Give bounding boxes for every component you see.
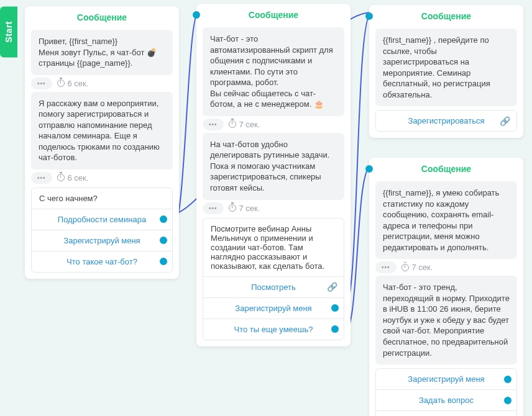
flow-node-4[interactable]: Сообщение {{first_name}}, я умею собират… <box>369 158 523 416</box>
register-button[interactable]: Зарегистрироваться 🔗 <box>375 110 517 132</box>
node-title: Сообщение <box>249 10 298 20</box>
stopwatch-icon <box>229 204 236 212</box>
ellipsis-icon: ••• <box>31 78 52 89</box>
flow-node-1[interactable]: Сообщение Привет, {{first_name}} Меня зо… <box>25 6 179 279</box>
delay-value: 7 сек. <box>239 120 260 129</box>
delay-value: 7 сек. <box>239 204 260 213</box>
ellipsis-icon: ••• <box>203 119 224 130</box>
stopwatch-icon <box>57 79 65 87</box>
choice-button[interactable]: Программа <box>376 410 516 416</box>
choice-button[interactable]: Что ты еще умеешь? <box>203 319 344 340</box>
choice-button[interactable]: Что такое чат-бот? <box>32 251 172 272</box>
delay-row: ••• 7 сек. <box>375 261 517 273</box>
delay-row: ••• 6 сек. <box>31 78 173 89</box>
message-block: Чат-бот - это тренд, переходящий в норму… <box>375 276 517 364</box>
delay-value: 7 сек. <box>412 263 433 272</box>
node-header: Сообщение <box>369 158 523 179</box>
choice-button[interactable]: Подробности семинара <box>32 209 172 230</box>
ellipsis-icon: ••• <box>31 172 52 184</box>
out-port-icon[interactable] <box>160 237 167 244</box>
prompt-text: С чего начнем? <box>32 188 172 209</box>
out-port-icon[interactable] <box>331 325 339 333</box>
ellipsis-icon: ••• <box>375 261 397 273</box>
in-port-icon[interactable] <box>365 12 373 20</box>
choice-button[interactable]: Зарегистрируй меня <box>32 230 172 251</box>
delay-row: ••• 7 сек. <box>203 202 344 214</box>
choice-button[interactable]: Посмотреть🔗 <box>203 276 344 297</box>
message-block: Привет, {{first_name}} Меня зовут Пульс,… <box>31 30 173 75</box>
message-block: На чат-ботов удобно делегировать рутинны… <box>203 133 344 200</box>
node-header: Сообщение <box>369 5 523 26</box>
delay-row: ••• 7 сек. <box>203 119 344 130</box>
stopwatch-icon <box>401 264 409 271</box>
flow-node-3[interactable]: Сообщение {{first_name}} , перейдите по … <box>369 5 523 138</box>
node-header: Сообщение <box>25 6 179 27</box>
ellipsis-icon: ••• <box>203 202 224 214</box>
choice-list: Зарегистрируй меня Задать вопрос Програм… <box>375 368 517 416</box>
node-title: Сообщение <box>421 164 471 174</box>
message-block: Чат-бот - это автоматизированный скрипт … <box>203 27 344 116</box>
in-port-icon[interactable] <box>365 165 373 173</box>
delay-value: 6 сек. <box>68 79 89 88</box>
choice-button[interactable]: Зарегистрируй меня <box>376 369 516 389</box>
message-block: Я расскажу вам о мероприятии, помогу зар… <box>31 92 173 170</box>
choice-list: Посмотрите вебинар Анны Мельничук о прим… <box>203 218 344 340</box>
stopwatch-icon <box>57 174 65 181</box>
in-port-icon[interactable] <box>193 11 200 19</box>
link-icon: 🔗 <box>500 116 510 126</box>
out-port-icon[interactable] <box>160 215 167 223</box>
flow-node-2[interactable]: Сообщение Чат-бот - это автоматизированн… <box>196 4 351 346</box>
delay-value: 6 сек. <box>68 173 89 183</box>
node-title: Сообщение <box>77 12 127 22</box>
choice-list: С чего начнем? Подробности семинара Заре… <box>31 188 173 273</box>
out-port-icon[interactable] <box>331 304 339 312</box>
choice-button[interactable]: Зарегистрируй меня <box>203 297 344 319</box>
out-port-icon[interactable] <box>160 258 167 265</box>
message-block: {{first_name}}, я умею собирать статисти… <box>375 181 517 259</box>
node-header: Сообщение <box>196 4 351 25</box>
choice-button[interactable]: Задать вопрос <box>376 389 516 410</box>
node-title: Сообщение <box>421 11 471 21</box>
message-block: {{first_name}} , перейдите по ссылке, чт… <box>375 29 517 106</box>
stopwatch-icon <box>229 120 236 128</box>
prompt-text: Посмотрите вебинар Анны Мельничук о прим… <box>203 219 344 276</box>
delay-row: ••• 6 сек. <box>31 172 173 184</box>
link-icon: 🔗 <box>327 282 337 292</box>
out-port-icon[interactable] <box>504 376 511 383</box>
out-port-icon[interactable] <box>504 397 511 404</box>
start-tab[interactable]: Start <box>0 6 17 57</box>
